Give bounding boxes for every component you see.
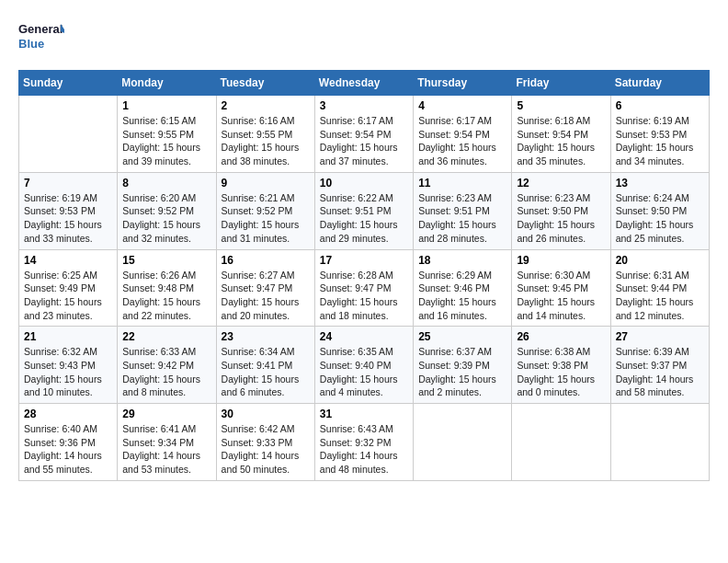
calendar-cell: 28Sunrise: 6:40 AMSunset: 9:36 PMDayligh… <box>19 404 118 481</box>
calendar-cell: 21Sunrise: 6:32 AMSunset: 9:43 PMDayligh… <box>19 327 118 404</box>
day-number: 31 <box>320 408 408 420</box>
calendar-cell <box>414 404 512 481</box>
cell-content: Sunrise: 6:27 AMSunset: 9:47 PMDaylight:… <box>222 269 310 323</box>
calendar-cell: 7Sunrise: 6:19 AMSunset: 9:53 PMDaylight… <box>19 172 118 249</box>
cell-content: Sunrise: 6:30 AMSunset: 9:45 PMDaylight:… <box>517 269 605 323</box>
calendar-cell: 11Sunrise: 6:23 AMSunset: 9:51 PMDayligh… <box>414 172 512 249</box>
day-number: 24 <box>320 330 408 343</box>
column-header-friday: Friday <box>512 71 610 96</box>
cell-content: Sunrise: 6:26 AMSunset: 9:48 PMDaylight:… <box>122 269 210 323</box>
day-number: 1 <box>122 99 210 112</box>
day-number: 10 <box>320 177 408 190</box>
cell-content: Sunrise: 6:18 AMSunset: 9:54 PMDaylight:… <box>517 114 605 168</box>
day-number: 15 <box>122 254 210 267</box>
calendar-cell: 17Sunrise: 6:28 AMSunset: 9:47 PMDayligh… <box>314 249 413 327</box>
column-header-saturday: Saturday <box>610 71 709 96</box>
cell-content: Sunrise: 6:19 AMSunset: 9:53 PMDaylight:… <box>616 114 704 168</box>
cell-content: Sunrise: 6:38 AMSunset: 9:38 PMDaylight:… <box>517 345 605 399</box>
calendar-cell: 13Sunrise: 6:24 AMSunset: 9:50 PMDayligh… <box>610 172 709 249</box>
day-number: 7 <box>24 177 112 190</box>
calendar-cell: 23Sunrise: 6:34 AMSunset: 9:41 PMDayligh… <box>216 327 314 404</box>
calendar-cell: 12Sunrise: 6:23 AMSunset: 9:50 PMDayligh… <box>512 172 610 249</box>
cell-content: Sunrise: 6:22 AMSunset: 9:51 PMDaylight:… <box>320 191 408 246</box>
calendar-week-2: 7Sunrise: 6:19 AMSunset: 9:53 PMDaylight… <box>19 172 710 249</box>
column-header-monday: Monday <box>118 71 216 96</box>
calendar-cell: 26Sunrise: 6:38 AMSunset: 9:38 PMDayligh… <box>512 327 610 404</box>
cell-content: Sunrise: 6:25 AMSunset: 9:49 PMDaylight:… <box>24 269 112 323</box>
cell-content: Sunrise: 6:33 AMSunset: 9:42 PMDaylight:… <box>122 345 210 399</box>
day-number: 2 <box>222 99 310 112</box>
cell-content: Sunrise: 6:41 AMSunset: 9:34 PMDaylight:… <box>122 422 210 477</box>
calendar-cell: 14Sunrise: 6:25 AMSunset: 9:49 PMDayligh… <box>19 249 118 327</box>
day-number: 19 <box>517 254 605 267</box>
day-number: 13 <box>616 177 704 190</box>
calendar-week-5: 28Sunrise: 6:40 AMSunset: 9:36 PMDayligh… <box>19 404 710 481</box>
cell-content: Sunrise: 6:23 AMSunset: 9:50 PMDaylight:… <box>517 191 605 246</box>
cell-content: Sunrise: 6:42 AMSunset: 9:33 PMDaylight:… <box>222 422 310 477</box>
calendar-cell: 8Sunrise: 6:20 AMSunset: 9:52 PMDaylight… <box>118 172 216 249</box>
cell-content: Sunrise: 6:15 AMSunset: 9:55 PMDaylight:… <box>122 114 210 168</box>
cell-content: Sunrise: 6:28 AMSunset: 9:47 PMDaylight:… <box>320 269 408 323</box>
calendar-cell: 31Sunrise: 6:43 AMSunset: 9:32 PMDayligh… <box>314 404 413 481</box>
calendar-week-3: 14Sunrise: 6:25 AMSunset: 9:49 PMDayligh… <box>19 249 710 327</box>
cell-content: Sunrise: 6:24 AMSunset: 9:50 PMDaylight:… <box>616 191 704 246</box>
day-number: 16 <box>222 254 310 267</box>
day-number: 23 <box>222 330 310 343</box>
day-number: 8 <box>122 177 210 190</box>
calendar-cell <box>610 404 709 481</box>
calendar-cell: 19Sunrise: 6:30 AMSunset: 9:45 PMDayligh… <box>512 249 610 327</box>
day-number: 12 <box>517 177 605 190</box>
cell-content: Sunrise: 6:23 AMSunset: 9:51 PMDaylight:… <box>418 191 506 246</box>
calendar-week-4: 21Sunrise: 6:32 AMSunset: 9:43 PMDayligh… <box>19 327 710 404</box>
calendar-table: SundayMondayTuesdayWednesdayThursdayFrid… <box>18 70 710 481</box>
day-number: 4 <box>418 99 506 112</box>
day-number: 28 <box>24 408 112 420</box>
day-number: 11 <box>418 177 506 190</box>
cell-content: Sunrise: 6:21 AMSunset: 9:52 PMDaylight:… <box>222 191 310 246</box>
page-header: General Blue <box>18 18 710 55</box>
cell-content: Sunrise: 6:29 AMSunset: 9:46 PMDaylight:… <box>418 269 506 323</box>
day-number: 21 <box>24 330 112 343</box>
day-number: 5 <box>517 99 605 112</box>
svg-text:Blue: Blue <box>18 37 44 51</box>
day-number: 17 <box>320 254 408 267</box>
day-number: 25 <box>418 330 506 343</box>
calendar-cell: 3Sunrise: 6:17 AMSunset: 9:54 PMDaylight… <box>314 96 413 173</box>
svg-text:General: General <box>18 22 63 36</box>
day-number: 6 <box>616 99 704 112</box>
day-number: 26 <box>517 330 605 343</box>
calendar-cell: 30Sunrise: 6:42 AMSunset: 9:33 PMDayligh… <box>216 404 314 481</box>
day-number: 20 <box>616 254 704 267</box>
cell-content: Sunrise: 6:40 AMSunset: 9:36 PMDaylight:… <box>24 422 112 477</box>
logo: General Blue <box>18 18 64 55</box>
calendar-cell: 6Sunrise: 6:19 AMSunset: 9:53 PMDaylight… <box>610 96 709 173</box>
column-header-tuesday: Tuesday <box>216 71 314 96</box>
cell-content: Sunrise: 6:31 AMSunset: 9:44 PMDaylight:… <box>616 269 704 323</box>
cell-content: Sunrise: 6:37 AMSunset: 9:39 PMDaylight:… <box>418 345 506 399</box>
calendar-cell: 4Sunrise: 6:17 AMSunset: 9:54 PMDaylight… <box>414 96 512 173</box>
calendar-cell: 9Sunrise: 6:21 AMSunset: 9:52 PMDaylight… <box>216 172 314 249</box>
calendar-cell: 24Sunrise: 6:35 AMSunset: 9:40 PMDayligh… <box>314 327 413 404</box>
column-header-thursday: Thursday <box>414 71 512 96</box>
cell-content: Sunrise: 6:35 AMSunset: 9:40 PMDaylight:… <box>320 345 408 399</box>
column-header-wednesday: Wednesday <box>314 71 413 96</box>
calendar-header-row: SundayMondayTuesdayWednesdayThursdayFrid… <box>19 71 710 96</box>
cell-content: Sunrise: 6:39 AMSunset: 9:37 PMDaylight:… <box>616 345 704 399</box>
day-number: 9 <box>222 177 310 190</box>
day-number: 22 <box>122 330 210 343</box>
day-number: 27 <box>616 330 704 343</box>
day-number: 3 <box>320 99 408 112</box>
day-number: 18 <box>418 254 506 267</box>
cell-content: Sunrise: 6:43 AMSunset: 9:32 PMDaylight:… <box>320 422 408 477</box>
cell-content: Sunrise: 6:19 AMSunset: 9:53 PMDaylight:… <box>24 191 112 246</box>
day-number: 14 <box>24 254 112 267</box>
calendar-week-1: 1Sunrise: 6:15 AMSunset: 9:55 PMDaylight… <box>19 96 710 173</box>
cell-content: Sunrise: 6:34 AMSunset: 9:41 PMDaylight:… <box>222 345 310 399</box>
calendar-cell: 10Sunrise: 6:22 AMSunset: 9:51 PMDayligh… <box>314 172 413 249</box>
cell-content: Sunrise: 6:17 AMSunset: 9:54 PMDaylight:… <box>418 114 506 168</box>
calendar-cell: 18Sunrise: 6:29 AMSunset: 9:46 PMDayligh… <box>414 249 512 327</box>
logo-svg: General Blue <box>18 18 64 55</box>
column-header-sunday: Sunday <box>19 71 118 96</box>
calendar-cell: 1Sunrise: 6:15 AMSunset: 9:55 PMDaylight… <box>118 96 216 173</box>
cell-content: Sunrise: 6:17 AMSunset: 9:54 PMDaylight:… <box>320 114 408 168</box>
